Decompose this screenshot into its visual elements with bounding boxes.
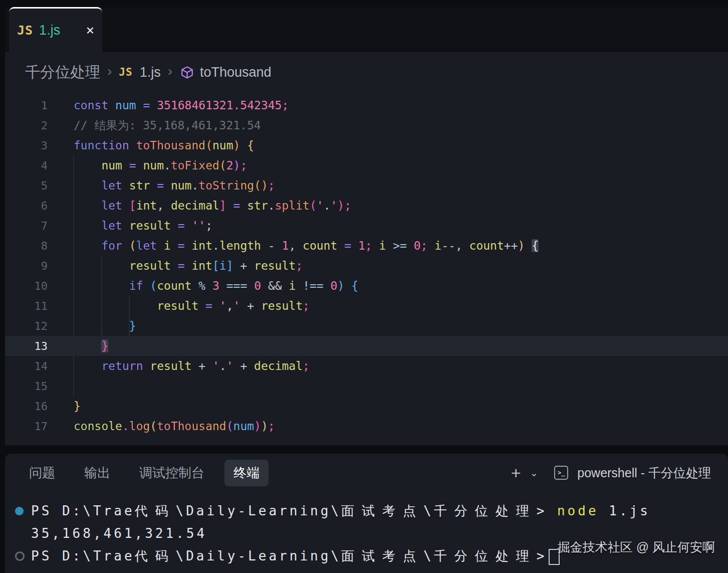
line-number: 10 xyxy=(5,280,74,292)
code-token: toThousand xyxy=(136,139,205,152)
code-token: ( xyxy=(310,199,317,212)
panel-header: 问题输出调试控制台终端 + ⌄ >_ powershell - 千分位处理 xyxy=(5,454,728,492)
line-number: 15 xyxy=(5,380,74,393)
code-token: 35,168,461,321.54 xyxy=(31,526,207,541)
code-line[interactable]: 9 result = int[i] + result; xyxy=(5,256,728,276)
panel-tab-terminal[interactable]: 终端 xyxy=(224,460,269,486)
new-terminal-icon[interactable]: + xyxy=(511,464,521,481)
code-token: toString xyxy=(198,179,254,192)
code-token: , xyxy=(455,239,469,252)
code-token: = xyxy=(171,259,192,272)
code-token: ++ xyxy=(504,239,518,252)
tab-bar: JS 1.js × xyxy=(5,7,728,52)
line-number: 5 xyxy=(5,179,74,192)
code-token: \Daily-Learning\ xyxy=(176,503,341,518)
breadcrumb-symbol[interactable]: toThousand xyxy=(200,65,272,80)
code-token: . xyxy=(191,179,198,192)
code-token: int xyxy=(191,259,212,272)
close-icon[interactable]: × xyxy=(86,24,94,38)
code-token: } xyxy=(101,339,108,352)
code-token: str xyxy=(129,179,150,192)
editor-group: JS 1.js × 千分位处理 › JS 1.js › toThousand 1… xyxy=(5,7,728,445)
code-line[interactable]: 11 result = ',' + result; xyxy=(5,296,728,316)
code-token xyxy=(122,219,129,232)
code-token: function xyxy=(74,139,129,152)
code-token: '' xyxy=(191,219,205,232)
code-token: if xyxy=(129,279,143,292)
code-token xyxy=(129,139,136,152)
code-token: ) xyxy=(254,420,261,433)
code-token: ) xyxy=(337,279,344,292)
code-line[interactable]: 13 } xyxy=(5,336,728,356)
panel-tab-problems[interactable]: 问题 xyxy=(20,460,64,486)
code-token: split xyxy=(275,199,310,212)
code-token: \ xyxy=(423,548,434,563)
code-token: = xyxy=(226,199,248,212)
code-token: 1.js xyxy=(599,503,650,518)
code-line[interactable]: 1const num = 35168461321.542345; xyxy=(5,95,728,115)
line-number: 7 xyxy=(5,220,74,232)
code-token: let xyxy=(101,179,122,192)
panel-tab-debug-console[interactable]: 调试控制台 xyxy=(130,460,213,486)
terminal-line: PS D:\Trae代码\Daily-Learning\面试考点\千分位处理> … xyxy=(12,500,728,522)
code-token: ; xyxy=(421,239,428,252)
editor-tab-1js[interactable]: JS 1.js × xyxy=(9,7,102,52)
code-token: 0 xyxy=(414,239,421,252)
code-token: count xyxy=(157,279,191,292)
code-token: let xyxy=(136,239,157,252)
code-token xyxy=(407,239,414,252)
code-token: ' xyxy=(226,359,233,372)
panel-tab-output[interactable]: 输出 xyxy=(75,460,119,486)
code-token xyxy=(191,279,198,292)
code-line[interactable]: 15 xyxy=(5,376,728,396)
code-token: ] xyxy=(219,199,226,212)
code-token xyxy=(324,279,331,292)
code-token: i xyxy=(164,239,171,252)
breadcrumb: 千分位处理 › JS 1.js › toThousand xyxy=(5,52,728,92)
symbol-cube-icon xyxy=(180,66,194,79)
line-number: 6 xyxy=(5,200,74,212)
breadcrumb-file[interactable]: 1.js xyxy=(140,65,161,80)
code-token: num xyxy=(143,159,164,172)
code-line[interactable]: 17console.log(toThousand(num)); xyxy=(5,416,728,436)
terminal-session-label[interactable]: powershell - 千分位处理 xyxy=(577,465,711,481)
code-line[interactable]: 14 return result + '.' + decimal; xyxy=(5,356,728,376)
code-editor[interactable]: 1const num = 35168461321.542345;2// 结果为:… xyxy=(5,92,728,445)
code-line[interactable]: 3function toThousand(num) { xyxy=(5,135,728,155)
code-token xyxy=(282,279,289,292)
terminal-output[interactable]: PS D:\Trae代码\Daily-Learning\面试考点\千分位处理> … xyxy=(5,492,728,567)
code-token: 千分位处理 xyxy=(434,548,537,563)
code-line[interactable]: 2// 结果为: 35,168,461,321.54 xyxy=(5,115,728,135)
code-token: > xyxy=(537,548,547,563)
code-token: i xyxy=(289,279,296,292)
code-token: ; xyxy=(268,179,275,192)
code-line[interactable]: 5 let str = num.toString(); xyxy=(5,175,728,196)
code-line[interactable]: 7 let result = ''; xyxy=(5,216,728,236)
line-number: 9 xyxy=(5,260,74,272)
ide-window: JS 1.js × 千分位处理 › JS 1.js › toThousand 1… xyxy=(0,0,728,573)
code-token: , xyxy=(157,199,171,212)
code-token xyxy=(247,279,254,292)
line-number: 16 xyxy=(5,400,74,413)
line-number: 13 xyxy=(5,340,74,352)
code-token: toThousand xyxy=(157,420,226,433)
chevron-down-icon[interactable]: ⌄ xyxy=(530,468,539,478)
code-line[interactable]: 12 } xyxy=(5,316,728,336)
line-number: 1 xyxy=(5,99,74,112)
code-line[interactable]: 4 num = num.toFixed(2); xyxy=(5,155,728,175)
code-token: = xyxy=(171,219,192,232)
code-line[interactable]: 6 let [int, decimal] = str.split('.'); xyxy=(5,196,728,216)
code-token: . xyxy=(164,159,171,172)
code-line[interactable]: 10 if (count % 3 === 0 && i !== 0) { xyxy=(5,276,728,296)
code-line[interactable]: 8 for (let i = int.length - 1, count = 1… xyxy=(5,236,728,256)
code-token: + xyxy=(233,259,255,272)
code-token: ; xyxy=(296,259,303,272)
terminal-decoration xyxy=(12,551,31,561)
code-token: ' xyxy=(219,299,226,312)
breadcrumb-folder[interactable]: 千分位处理 xyxy=(25,62,100,83)
terminal-decoration xyxy=(12,507,31,515)
chevron-right-icon: › xyxy=(168,64,172,80)
code-token: int xyxy=(136,199,157,212)
line-number: 8 xyxy=(5,240,74,252)
code-line[interactable]: 16} xyxy=(5,396,728,416)
